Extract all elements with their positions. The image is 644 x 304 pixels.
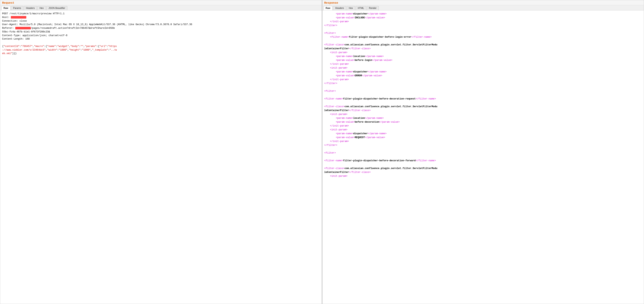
response-content[interactable]: <param-name>dispatcher</param-name> <par… bbox=[322, 10, 644, 304]
request-panel: Request Raw Params Headers Hex JSON Beau… bbox=[0, 0, 322, 304]
response-tab-bar: Raw Headers Hex HTML Render bbox=[322, 5, 644, 10]
request-body: POST /rest/tinymce/1/macro/preview HTTP/… bbox=[2, 12, 320, 55]
request-line: POST /rest/tinymce/1/macro/preview HTTP/… bbox=[2, 12, 192, 55]
tab-html-response[interactable]: HTML bbox=[356, 6, 366, 10]
tab-raw-response[interactable]: Raw bbox=[324, 6, 333, 10]
response-header: Response bbox=[322, 0, 644, 5]
tab-hex-response[interactable]: Hex bbox=[347, 6, 355, 10]
referer-redacted bbox=[15, 27, 31, 29]
tab-hex-request[interactable]: Hex bbox=[37, 6, 46, 10]
tab-json-beautifier[interactable]: JSON Beautifier bbox=[46, 6, 67, 10]
request-header: Request bbox=[0, 0, 322, 5]
tab-headers-request[interactable]: Headers bbox=[24, 6, 37, 10]
response-panel: Response Raw Headers Hex HTML Render <pa… bbox=[322, 0, 644, 304]
request-tab-bar: Raw Params Headers Hex JSON Beautifier bbox=[0, 5, 322, 10]
response-body: <param-name>dispatcher</param-name> <par… bbox=[324, 12, 642, 178]
tab-headers-response[interactable]: Headers bbox=[333, 6, 346, 10]
tab-params[interactable]: Params bbox=[11, 6, 23, 10]
host-redacted bbox=[11, 16, 26, 18]
tab-render-response[interactable]: Render bbox=[367, 6, 379, 10]
tab-raw-request[interactable]: Raw bbox=[1, 6, 10, 10]
request-content[interactable]: POST /rest/tinymce/1/macro/preview HTTP/… bbox=[0, 10, 322, 304]
